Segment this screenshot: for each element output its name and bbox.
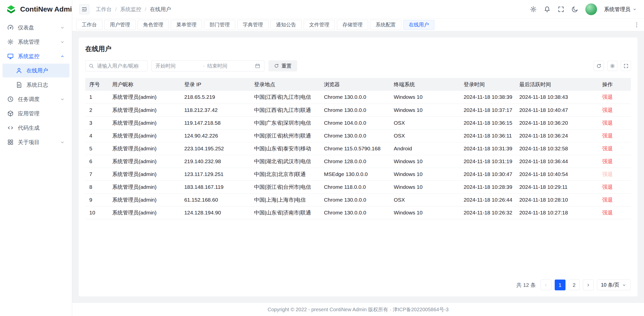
cell-nickname: 系统管理员(admin) — [108, 116, 180, 129]
copyright-text: Copyright © 2022 - present ContiNew Admi… — [268, 306, 449, 313]
cell-os: Android — [390, 142, 460, 155]
cell-action: 强退 — [598, 155, 631, 168]
tab-user-management[interactable]: 用户管理 — [104, 20, 136, 30]
force-logout-link[interactable]: 强退 — [602, 171, 613, 177]
force-logout-link[interactable]: 强退 — [602, 94, 613, 100]
page-size-label: 10 条/页 — [601, 282, 619, 288]
sidebar-item-about-project[interactable]: 关于项目 — [3, 135, 69, 149]
sidebar-item-app-management[interactable]: 应用管理 — [3, 107, 69, 120]
force-logout-link[interactable]: 强退 — [602, 210, 613, 215]
sidebar-item-system-monitor[interactable]: 系统监控 — [3, 49, 69, 63]
sidebar: ContiNew Admin 仪表盘系统管理系统监控在线用户系统日志任务调度应用… — [0, 0, 72, 316]
sidebar-item-system-log[interactable]: 系统日志 — [3, 78, 69, 92]
force-logout-link[interactable]: 强退 — [602, 133, 613, 139]
column-header: 序号 — [85, 78, 108, 91]
cell-login-time: 2024-11-18 10:31:19 — [460, 155, 515, 168]
cell-action: 强退 — [598, 168, 631, 180]
reset-button[interactable]: 重置 — [268, 60, 297, 71]
notifications-button[interactable] — [544, 6, 551, 13]
brand-name: ContiNew Admin — [20, 5, 76, 13]
sidebar-item-label: 任务调度 — [18, 96, 39, 103]
avatar[interactable] — [585, 3, 597, 15]
cell-location: 中国|上海|上海市|电信 — [250, 193, 320, 206]
cell-ip: 119.147.218.58 — [180, 116, 250, 129]
cell-browser: Chrome 130.0.0.0 — [320, 104, 390, 116]
cell-browser: Chrome 130.0.0.0 — [320, 91, 390, 104]
cell-no: 8 — [85, 180, 108, 193]
search-input[interactable] — [85, 60, 147, 71]
force-logout-link[interactable]: 强退 — [602, 107, 613, 113]
cell-browser: Chrome 130.0.0.0 — [320, 129, 390, 142]
cell-browser: Chrome 115.0.5790.168 — [320, 142, 390, 155]
date-range-picker[interactable]: 开始时间 - 结束时间 — [151, 60, 264, 71]
table-row: 9系统管理员(admin)61.152.168.60中国|上海|上海市|电信Ch… — [85, 193, 631, 206]
column-header: 用户昵称 — [108, 78, 180, 91]
chevron-up-icon — [60, 54, 65, 59]
tab-label: 用户管理 — [110, 21, 130, 28]
sidebar-item-task-schedule[interactable]: 任务调度 — [3, 92, 69, 106]
menu-fold-icon — [81, 6, 87, 12]
tab-label: 系统配置 — [376, 21, 396, 28]
tab-system-config[interactable]: 系统配置 — [370, 20, 401, 30]
column-header: 登录地点 — [250, 78, 320, 91]
dashboard-icon — [7, 24, 14, 31]
content-area: 在线用户 开始时间 - 结束时间 重置 — [72, 31, 644, 303]
tab-storage-management[interactable]: 存储管理 — [337, 20, 368, 30]
force-logout-link[interactable]: 强退 — [602, 120, 613, 126]
force-logout-link[interactable]: 强退 — [602, 184, 613, 190]
cell-ip: 219.140.232.98 — [180, 155, 250, 168]
next-page-button[interactable] — [583, 280, 594, 290]
tab-menu-management[interactable]: 菜单管理 — [171, 20, 202, 30]
prev-page-button[interactable] — [541, 280, 551, 290]
reset-button-label: 重置 — [281, 63, 292, 69]
tab-workbench[interactable]: 工作台 — [76, 20, 102, 30]
tab-label: 字典管理 — [243, 21, 263, 28]
sidebar-item-label: 代码生成 — [18, 124, 39, 131]
breadcrumb-item-workbench[interactable]: 工作台 — [96, 6, 112, 13]
clock-icon — [7, 96, 14, 103]
force-logout-link[interactable]: 强退 — [602, 146, 613, 151]
cell-login-time: 2024-11-18 10:26:44 — [460, 193, 515, 206]
settings-button[interactable] — [530, 6, 537, 13]
cell-last-active: 2024-11-18 10:36:44 — [515, 155, 598, 168]
sidebar-collapse-button[interactable] — [79, 4, 89, 14]
cell-os: Windows 10 — [390, 180, 460, 193]
tab-label: 菜单管理 — [176, 21, 196, 28]
tab-dict-management[interactable]: 字典管理 — [237, 20, 268, 30]
user-menu[interactable]: 系统管理员 — [604, 6, 637, 13]
column-settings-button[interactable] — [607, 61, 617, 71]
page-button-2[interactable]: 2 — [569, 280, 580, 290]
page-button-1[interactable]: 1 — [555, 280, 566, 290]
tab-role-management[interactable]: 角色管理 — [138, 20, 169, 30]
table-row: 4系统管理员(admin)124.90.42.226中国|浙江省|杭州市|联通C… — [85, 129, 631, 142]
tab-notice[interactable]: 通知公告 — [270, 20, 302, 30]
sidebar-item-code-generation[interactable]: 代码生成 — [3, 121, 69, 135]
pagination: 共 12 条 12 10 条/页 — [85, 275, 631, 292]
tab-dept-management[interactable]: 部门管理 — [204, 20, 235, 30]
cell-action: 强退 — [598, 206, 631, 219]
cell-login-time: 2024-11-18 10:31:39 — [460, 142, 515, 155]
cell-location: 中国|浙江省|台州市|电信 — [250, 180, 320, 193]
force-logout-link[interactable]: 强退 — [602, 197, 613, 203]
force-logout-link[interactable]: 强退 — [602, 158, 613, 164]
tab-label: 角色管理 — [143, 21, 163, 28]
sidebar-item-online-user[interactable]: 在线用户 — [3, 64, 69, 77]
cell-last-active: 2024-11-18 10:38:43 — [515, 91, 598, 104]
gear-icon — [530, 6, 537, 13]
chevron-left-icon — [543, 283, 548, 288]
tabs-more-button[interactable] — [633, 22, 640, 28]
page-size-select[interactable]: 10 条/页 — [597, 280, 630, 290]
breadcrumb-item-system-monitor[interactable]: 系统监控 — [120, 6, 141, 13]
table-row: 1系统管理员(admin)218.65.5.219中国|江西省|九江市|电信Ch… — [85, 91, 631, 104]
tab-online-user[interactable]: 在线用户 — [403, 20, 434, 30]
cell-nickname: 系统管理员(admin) — [108, 180, 180, 193]
sidebar-item-system-management[interactable]: 系统管理 — [3, 35, 69, 49]
tab-file-management[interactable]: 文件管理 — [304, 20, 335, 30]
fullscreen-button[interactable] — [557, 6, 565, 13]
table-fullscreen-button[interactable] — [621, 61, 631, 71]
sidebar-item-dashboard[interactable]: 仪表盘 — [3, 21, 69, 34]
refresh-button[interactable] — [594, 61, 604, 71]
cell-login-time: 2024-11-18 10:36:11 — [460, 129, 515, 142]
dark-mode-button[interactable] — [571, 6, 578, 13]
calendar-icon — [255, 63, 260, 69]
